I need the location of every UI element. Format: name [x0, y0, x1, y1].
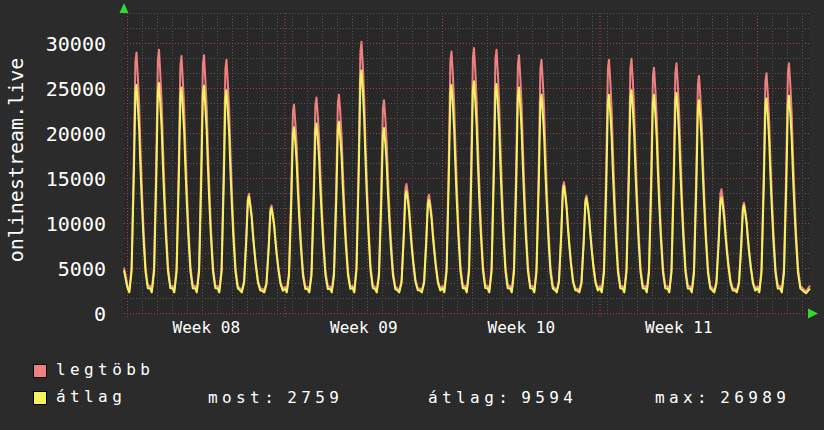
stat-label: átlag: [428, 388, 512, 407]
x-tick-label: Week 09 [284, 319, 444, 337]
stat-value: 26989 [720, 388, 790, 407]
x-tick-label: Week 08 [126, 319, 286, 337]
x-tick-label: Week 10 [441, 319, 601, 337]
stat-value: 9594 [521, 388, 577, 407]
stat-maximum: max:26989 [655, 388, 790, 408]
stat-value: 2759 [287, 388, 343, 407]
y-axis-arrow [120, 3, 129, 13]
stat-current: most:2759 [208, 388, 343, 408]
legend-swatch-yellow [33, 391, 47, 405]
x-tick-label: Week 11 [599, 319, 759, 337]
stat-label: most: [208, 388, 278, 407]
legend-label: legtöbb [56, 360, 154, 380]
legend-label: átlag [56, 387, 126, 407]
legend-swatch-red [33, 364, 47, 378]
rrd-graph-window: onlinestream.live 0500010000150002000025… [0, 0, 824, 430]
x-axis-arrow [808, 309, 818, 319]
stat-average: átlag:9594 [428, 388, 577, 408]
chart-plot-area [0, 0, 824, 358]
stat-label: max: [655, 388, 711, 407]
